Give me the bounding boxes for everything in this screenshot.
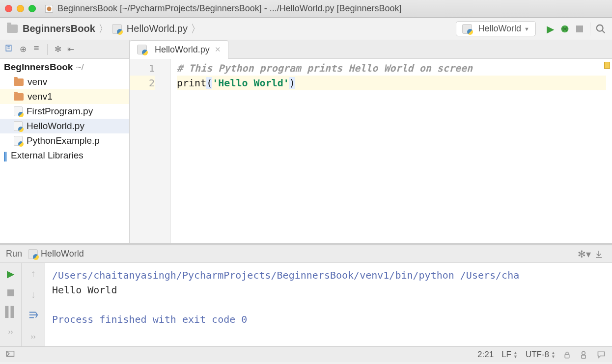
more-button[interactable]: ››	[8, 327, 13, 336]
folder-icon	[14, 93, 24, 101]
code-comment: # This Python program prints Hello World…	[177, 62, 473, 74]
tree-item-label: HelloWorld.py	[27, 121, 84, 131]
main-split: ⊕ ✻ ⇤ BeginnersBook ~/ venv venv1	[0, 40, 612, 243]
breadcrumb-file[interactable]: HelloWorld.py	[127, 23, 188, 34]
code-content[interactable]: # This Python program prints Hello World…	[171, 59, 612, 243]
tree-file-helloworld[interactable]: HelloWorld.py	[0, 119, 129, 133]
svg-point-7	[582, 351, 585, 355]
line-separator[interactable]: LF ▲▼	[501, 350, 518, 360]
window-controls	[5, 5, 36, 12]
tree-item-label: PythonExample.p	[27, 135, 100, 146]
pause-button[interactable]: ▌▌	[5, 306, 16, 317]
line-number[interactable]: 1	[130, 61, 155, 76]
run-config-name: HelloWorld	[478, 24, 521, 34]
rerun-button[interactable]: ▶	[7, 268, 14, 280]
line-number[interactable]: 2	[130, 76, 155, 90]
run-config-name: HelloWorld	[41, 249, 84, 259]
code-token: print	[177, 77, 206, 89]
python-file-icon	[137, 45, 147, 54]
chevron-right-icon: 〉	[97, 22, 110, 36]
tree-external-libs[interactable]: ‖ External Libraries	[0, 148, 129, 163]
python-file-icon	[28, 249, 38, 259]
gear-icon[interactable]: ✻	[55, 44, 61, 54]
hide-icon[interactable]: ⇤	[67, 44, 74, 54]
folder-icon	[7, 25, 18, 33]
svg-point-1	[47, 6, 52, 11]
navigation-bar: BeginnersBook 〉 HelloWorld.py 〉 HelloWor…	[0, 18, 612, 40]
chevron-right-icon: 〉	[190, 22, 202, 36]
up-arrow-icon[interactable]: ↑	[31, 268, 36, 279]
console-command: /Users/chaitanyasingh/PycharmProjects/Be…	[52, 269, 519, 281]
svg-rect-6	[565, 354, 569, 358]
stop-button[interactable]	[7, 289, 14, 296]
project-tool-window: ⊕ ✻ ⇤ BeginnersBook ~/ venv venv1	[0, 40, 130, 243]
close-icon[interactable]	[5, 5, 12, 12]
run-button[interactable]: ▶	[543, 23, 557, 35]
download-icon[interactable]	[591, 250, 606, 259]
project-toolbar: ⊕ ✻ ⇤	[0, 40, 129, 59]
svg-rect-8	[582, 355, 585, 358]
close-icon[interactable]: ✕	[215, 45, 221, 54]
collapse-all-icon[interactable]	[32, 44, 40, 54]
toolwindow-icon[interactable]	[6, 349, 15, 360]
console-exit: Process finished with exit code 0	[52, 313, 247, 325]
target-icon[interactable]: ⊕	[20, 44, 27, 54]
editor-tab-helloworld[interactable]: HelloWorld.py ✕	[130, 40, 228, 59]
tree-item-label: FirstProgram.py	[27, 106, 93, 117]
library-icon: ‖	[3, 150, 8, 161]
search-button[interactable]	[593, 24, 608, 34]
run-tool-window: Run HelloWorld ✻▾ ▶ ▌▌ ›› ↑ ↓ ›› /Users/…	[0, 243, 612, 346]
python-file-icon	[14, 106, 23, 116]
soft-wrap-icon[interactable]	[28, 310, 39, 322]
code-editor[interactable]: 1 2 # This Python program prints Hello W…	[130, 59, 612, 243]
run-actions-right: ↑ ↓ ››	[22, 263, 45, 346]
console-output[interactable]: /Users/chaitanyasingh/PycharmProjects/Be…	[45, 263, 612, 346]
divider	[47, 44, 48, 55]
inspector-icon[interactable]	[579, 350, 588, 360]
chevron-down-icon: ▼	[524, 26, 529, 32]
tree-file-firstprogram[interactable]: FirstProgram.py	[0, 104, 129, 119]
breadcrumb[interactable]: BeginnersBook 〉 HelloWorld.py 〉	[7, 22, 202, 36]
svg-point-3	[597, 25, 603, 31]
gear-icon[interactable]: ✻▾	[577, 248, 591, 260]
event-log-icon[interactable]	[596, 350, 606, 359]
tree-file-pythonexample[interactable]: PythonExample.p	[0, 133, 129, 148]
debug-button[interactable]	[557, 24, 572, 34]
editor-area: HelloWorld.py ✕ 1 2 # This Python progra…	[130, 40, 612, 243]
run-actions-left: ▶ ▌▌ ››	[0, 263, 22, 346]
more-button[interactable]: ››	[31, 332, 36, 340]
warning-marker-icon[interactable]	[604, 62, 610, 69]
run-label: Run	[6, 249, 22, 259]
status-bar: 2:21 LF ▲▼ UTF-8 ▲▼	[0, 346, 612, 362]
breadcrumb-project[interactable]: BeginnersBook	[23, 23, 95, 34]
file-encoding[interactable]: UTF-8 ▲▼	[526, 350, 556, 360]
caret-position[interactable]: 2:21	[477, 350, 494, 360]
code-token: )	[289, 77, 295, 89]
run-body: ▶ ▌▌ ›› ↑ ↓ ›› /Users/chaitanyasingh/Pyc…	[0, 263, 612, 346]
down-arrow-icon[interactable]: ↓	[31, 289, 36, 300]
tree-folder-venv[interactable]: venv	[0, 75, 129, 89]
divider	[590, 23, 590, 35]
lock-icon[interactable]	[563, 351, 571, 359]
folder-icon	[14, 78, 24, 86]
project-root[interactable]: BeginnersBook ~/	[0, 60, 129, 75]
stop-button[interactable]	[572, 26, 587, 32]
python-file-icon	[462, 24, 472, 34]
run-config-selector[interactable]: HelloWorld ▼	[456, 21, 536, 36]
gutter[interactable]: 1 2	[130, 59, 171, 243]
window-title: BeginnersBook [~/PycharmProjects/Beginne…	[57, 3, 402, 14]
tree-item-label: External Libraries	[11, 150, 83, 161]
updown-icon: ▲▼	[513, 351, 518, 359]
tree-folder-venv1[interactable]: venv1	[0, 89, 129, 104]
scroll-from-source-icon[interactable]	[5, 44, 14, 55]
editor-tabstrip: HelloWorld.py ✕	[130, 40, 612, 59]
code-token: (	[206, 77, 212, 89]
project-tree[interactable]: BeginnersBook ~/ venv venv1 FirstProgram…	[0, 59, 129, 243]
code-token: 'Hello World'	[212, 77, 289, 89]
run-header: Run HelloWorld ✻▾	[0, 245, 612, 263]
updown-icon: ▲▼	[551, 351, 556, 359]
maximize-icon[interactable]	[28, 5, 36, 12]
python-file-icon	[112, 24, 122, 34]
minimize-icon[interactable]	[17, 5, 24, 12]
app-icon	[45, 4, 54, 13]
